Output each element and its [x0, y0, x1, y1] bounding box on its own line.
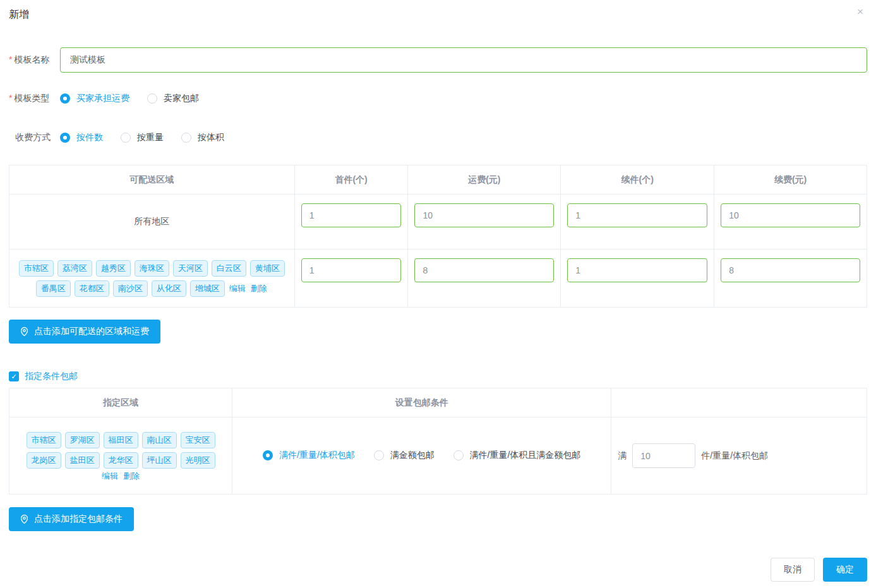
radio-unselected-icon	[181, 133, 191, 143]
radio-by-weight[interactable]: 按重量	[121, 132, 164, 143]
region-tag: 坪山区	[142, 452, 177, 469]
delete-link[interactable]: 删除	[123, 471, 140, 481]
col-header-first-piece: 首件(个)	[294, 165, 408, 195]
table-row: 市辖区荔湾区越秀区海珠区天河区白云区黄埔区番禺区花都区南沙区从化区增城区编辑删除	[9, 249, 867, 308]
dialog-footer: 取消 确定	[9, 558, 867, 582]
region-tag: 罗湖区	[65, 432, 100, 448]
location-pin-icon	[20, 514, 28, 524]
next-piece-input[interactable]	[567, 258, 707, 282]
required-asterisk: *	[9, 93, 12, 103]
region-tag: 南山区	[142, 432, 177, 448]
next-fee-input[interactable]	[721, 203, 860, 227]
template-type-row: *模板类型 买家承担运费 卖家包邮	[9, 93, 867, 104]
table-header-row: 可配送区域 首件(个) 运费(元) 续件(个) 续费(元)	[9, 165, 867, 195]
region-tag: 越秀区	[96, 260, 131, 277]
free-shipping-table: 指定区域 设置包邮条件 市辖区罗湖区福田区南山区宝安区龙岗区盐田区龙华区坪山区光…	[9, 388, 867, 495]
condition-options-cell: 满件/重量/体积包邮 满金额包邮 满件/重量/体积且满金额包邮	[232, 417, 611, 495]
fee-input[interactable]	[414, 258, 554, 282]
checkbox-checked[interactable]: ✓	[9, 371, 19, 381]
threshold-cell: 满 件/重量/体积包邮	[611, 417, 867, 495]
required-asterisk: *	[9, 54, 12, 64]
dialog: 新增 *模板名称 *模板类型 买家承担运费 卖家包邮 收费方式 按件数 按重量 …	[0, 0, 876, 582]
conditional-free-shipping-row: ✓ 指定条件包邮	[9, 371, 867, 382]
edit-link[interactable]: 编辑	[229, 284, 246, 293]
radio-by-piece[interactable]: 按件数	[60, 132, 103, 143]
edit-link[interactable]: 编辑	[102, 471, 118, 481]
template-name-label: *模板名称	[9, 54, 60, 66]
checkmark-icon: ✓	[11, 373, 16, 380]
template-name-input[interactable]	[60, 47, 867, 73]
radio-piece-and-amount[interactable]: 满件/重量/体积且满金额包邮	[453, 450, 581, 461]
region-tag: 市辖区	[19, 260, 54, 277]
radio-selected-icon	[263, 450, 273, 460]
first-piece-input[interactable]	[301, 258, 402, 282]
radio-buyer-pays[interactable]: 买家承担运费	[60, 93, 129, 104]
region-tag: 黄埔区	[250, 260, 285, 277]
next-piece-input[interactable]	[567, 203, 707, 227]
template-name-row: *模板名称	[9, 47, 867, 73]
region-tag: 宝安区	[181, 432, 215, 448]
close-icon[interactable]: ×	[857, 6, 863, 17]
add-delivery-area-button[interactable]: 点击添加可配送的区域和运费	[9, 320, 160, 344]
region-tag: 福田区	[104, 432, 138, 448]
radio-unselected-icon	[147, 93, 157, 104]
radio-selected-icon	[60, 93, 70, 104]
region-tag: 增城区	[190, 280, 225, 297]
first-piece-input[interactable]	[301, 203, 402, 227]
col-header-next-piece: 续件(个)	[561, 165, 714, 195]
threshold-prefix: 满	[618, 450, 627, 462]
threshold-input[interactable]	[632, 443, 695, 468]
next-fee-input[interactable]	[721, 258, 860, 282]
col-header-condition: 设置包邮条件	[232, 388, 611, 417]
col-header-next-fee: 续费(元)	[714, 165, 867, 195]
radio-unselected-icon	[453, 450, 464, 460]
region-tag: 龙岗区	[27, 452, 61, 469]
template-type-label: *模板类型	[9, 93, 60, 104]
delete-link[interactable]: 删除	[251, 284, 267, 293]
table-row: 所有地区	[9, 195, 867, 249]
region-tag: 海珠区	[135, 260, 169, 277]
charge-method-row: 收费方式 按件数 按重量 按体积	[9, 132, 867, 143]
fee-input[interactable]	[414, 203, 554, 227]
region-tag: 白云区	[212, 260, 246, 277]
radio-selected-icon	[60, 133, 70, 143]
region-tag: 天河区	[173, 260, 208, 277]
table-header-row: 指定区域 设置包邮条件	[9, 388, 867, 417]
region-tag: 盐田区	[65, 452, 100, 469]
confirm-button[interactable]: 确定	[823, 558, 867, 582]
col-header-empty	[611, 388, 867, 417]
checkbox-label[interactable]: 指定条件包邮	[25, 371, 78, 382]
col-header-fee: 运费(元)	[408, 165, 561, 195]
area-tags-cell: 市辖区罗湖区福田区南山区宝安区龙岗区盐田区龙华区坪山区光明区编辑删除	[9, 417, 232, 495]
shipping-fee-table: 可配送区域 首件(个) 运费(元) 续件(个) 续费(元) 所有地区 市辖区荔湾…	[9, 165, 867, 308]
radio-piece-weight-volume[interactable]: 满件/重量/体积包邮	[263, 450, 355, 461]
region-tag: 番禺区	[36, 280, 71, 297]
radio-by-volume[interactable]: 按体积	[181, 132, 224, 143]
threshold-suffix: 件/重量/体积包邮	[701, 450, 768, 462]
region-tag: 从化区	[152, 280, 186, 297]
region-tag: 光明区	[181, 452, 215, 469]
region-tag: 荔湾区	[57, 260, 92, 277]
page-title: 新增	[9, 8, 867, 21]
area-tags-cell: 市辖区荔湾区越秀区海珠区天河区白云区黄埔区番禺区花都区南沙区从化区增城区编辑删除	[9, 249, 295, 308]
radio-seller-free[interactable]: 卖家包邮	[147, 93, 199, 104]
region-tag: 市辖区	[27, 432, 61, 448]
col-header-area: 可配送区域	[9, 165, 295, 195]
region-tag: 花都区	[75, 280, 109, 297]
radio-amount[interactable]: 满金额包邮	[374, 450, 435, 461]
table-row: 市辖区罗湖区福田区南山区宝安区龙岗区盐田区龙华区坪山区光明区编辑删除 满件/重量…	[9, 417, 867, 495]
location-pin-icon	[20, 327, 28, 337]
area-all-regions: 所有地区	[9, 195, 295, 249]
region-tag: 南沙区	[113, 280, 148, 297]
radio-unselected-icon	[374, 450, 384, 460]
add-free-shipping-condition-button[interactable]: 点击添加指定包邮条件	[9, 507, 134, 531]
col-header-designated-area: 指定区域	[9, 388, 232, 417]
radio-unselected-icon	[121, 133, 131, 143]
region-tag: 龙华区	[104, 452, 138, 469]
cancel-button[interactable]: 取消	[771, 558, 815, 582]
charge-method-label: 收费方式	[9, 132, 60, 143]
